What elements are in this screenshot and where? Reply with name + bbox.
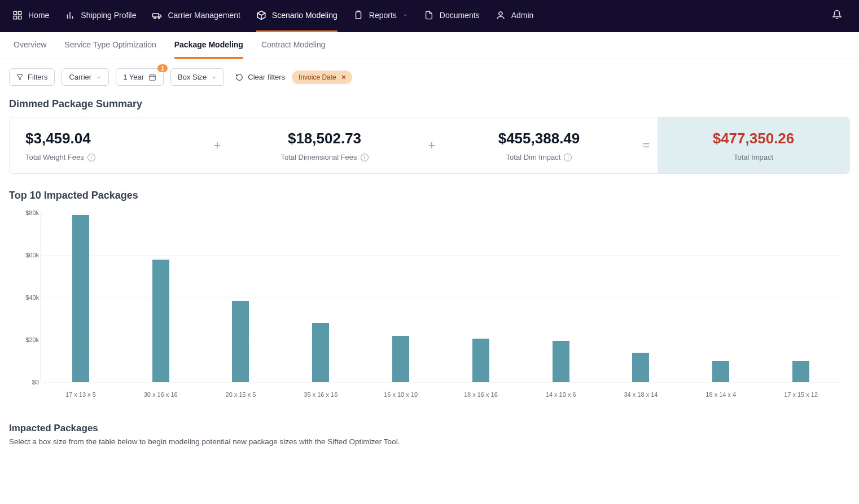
summary-title: Dimmed Package Summary	[0, 96, 859, 117]
chevron-down-icon	[211, 74, 217, 80]
bar[interactable]	[312, 323, 329, 382]
tab-service-type-optimization[interactable]: Service Type Optimization	[64, 32, 156, 59]
plus-operator: +	[206, 117, 229, 173]
user-icon	[496, 10, 506, 20]
equals-operator: =	[635, 117, 658, 173]
nav-label: Home	[28, 11, 49, 20]
x-axis-tick: 20 x 15 x 5	[201, 391, 281, 398]
bar-slot: 34 x 18 x 14	[601, 213, 681, 382]
svg-rect-13	[150, 74, 156, 80]
x-axis-tick: 17 x 13 x 5	[41, 391, 121, 398]
x-axis-tick: 35 x 16 x 16	[281, 391, 361, 398]
bar-slot: 17 x 13 x 5	[41, 213, 121, 382]
filters-button[interactable]: Filters	[9, 68, 55, 86]
info-icon[interactable]: i	[361, 154, 369, 161]
summary-card: $3,459.04 Total Weight Fees i + $18,502.…	[9, 117, 850, 174]
x-axis-tick: 30 x 16 x 16	[121, 391, 201, 398]
summary-value: $18,502.73	[240, 130, 409, 147]
svg-marker-12	[17, 74, 23, 80]
chart-bar-icon	[65, 10, 75, 20]
boxsize-label: Box Size	[178, 73, 207, 81]
close-icon[interactable]: ✕	[341, 73, 347, 81]
bar[interactable]	[472, 339, 489, 382]
nav-label: Reports	[369, 11, 397, 20]
nav-carrier-management[interactable]: Carrier Management	[152, 0, 240, 32]
bar-chart: $0$20k$40k$60k$80k 17 x 13 x 530 x 16 x …	[41, 213, 841, 405]
filter-icon	[16, 74, 23, 81]
impacted-packages-description: Select a box size from the table below t…	[0, 437, 859, 457]
period-label: 1 Year	[123, 73, 144, 81]
chevron-down-icon	[96, 74, 102, 80]
clear-filters-button[interactable]: Clear filters	[235, 73, 285, 81]
impacted-packages-title: Impacted Packages	[0, 410, 859, 437]
svg-rect-3	[19, 16, 21, 19]
carrier-label: Carrier	[69, 73, 91, 81]
svg-rect-7	[153, 14, 159, 17]
info-icon[interactable]: i	[564, 154, 572, 161]
clipboard-icon	[353, 10, 363, 20]
bar-slot: 35 x 16 x 16	[281, 213, 361, 382]
info-icon[interactable]: i	[87, 154, 95, 161]
x-axis-tick: 14 x 10 x 6	[521, 391, 601, 398]
bar[interactable]	[392, 336, 409, 383]
summary-value: $3,459.04	[25, 130, 195, 147]
bar[interactable]	[152, 260, 169, 383]
bell-icon	[832, 10, 842, 20]
cube-icon	[256, 10, 266, 20]
chevron-down-icon	[402, 12, 408, 18]
chart-title: Top 10 Impacted Packages	[0, 187, 859, 208]
bar[interactable]	[792, 361, 809, 383]
filter-chip-invoice-date[interactable]: Invoice Date ✕	[292, 71, 352, 84]
bar[interactable]	[232, 301, 249, 382]
tab-contract-modeling[interactable]: Contract Modeling	[261, 32, 326, 59]
y-axis-tick: $0	[16, 379, 39, 385]
summary-value: $455,388.49	[454, 130, 624, 147]
bar-slot: 14 x 10 x 6	[521, 213, 601, 382]
nav-label: Scenario Modeling	[272, 11, 338, 20]
tab-package-modeling[interactable]: Package Modeling	[174, 32, 243, 59]
carrier-dropdown[interactable]: Carrier	[62, 68, 109, 86]
boxsize-dropdown[interactable]: Box Size	[170, 68, 224, 86]
x-axis-tick: 17 x 15 x 12	[761, 391, 841, 398]
nav-home[interactable]: Home	[12, 0, 49, 32]
summary-dim-impact: $455,388.49 Total Dim Impact i	[443, 117, 635, 173]
nav-documents[interactable]: Documents	[424, 0, 480, 32]
summary-dimensional-fees: $18,502.73 Total Dimensional Fees i	[229, 117, 420, 173]
nav-scenario-modeling[interactable]: Scenario Modeling	[256, 0, 338, 32]
bar-slot: 18 x 14 x 4	[681, 213, 761, 382]
bar[interactable]	[553, 341, 569, 382]
nav-shipping-profile[interactable]: Shipping Profile	[65, 0, 136, 32]
x-axis-tick: 16 x 10 x 10	[361, 391, 441, 398]
y-axis-tick: $60k	[16, 252, 39, 258]
bar-slot: 16 x 10 x 10	[361, 213, 441, 382]
summary-label: Total Dimensional Fees	[281, 153, 357, 161]
chip-label: Invoice Date	[299, 73, 336, 81]
period-dropdown[interactable]: 1 Year 1	[116, 68, 164, 86]
nav-reports[interactable]: Reports	[353, 0, 408, 32]
summary-label: Total Impact	[734, 153, 773, 161]
x-axis-tick: 18 x 14 x 4	[681, 391, 761, 398]
truck-icon	[152, 10, 162, 20]
sub-tabs: Overview Service Type Optimization Packa…	[0, 32, 859, 59]
svg-rect-10	[356, 12, 361, 19]
svg-point-8	[154, 17, 156, 19]
clear-filters-label: Clear filters	[248, 73, 285, 81]
svg-point-9	[159, 17, 160, 19]
top-nav: Home Shipping Profile Carrier Management…	[0, 0, 859, 32]
chart-container: $0$20k$40k$60k$80k 17 x 13 x 530 x 16 x …	[0, 208, 859, 410]
period-badge: 1	[157, 64, 168, 72]
tab-overview[interactable]: Overview	[14, 32, 46, 59]
bar[interactable]	[712, 361, 729, 383]
nav-admin[interactable]: Admin	[496, 0, 534, 32]
summary-total-impact: $477,350.26 Total Impact	[658, 117, 849, 173]
document-icon	[424, 10, 434, 20]
bar[interactable]	[72, 215, 89, 382]
calendar-icon	[148, 73, 156, 81]
bar[interactable]	[632, 353, 649, 383]
notifications-button[interactable]	[832, 10, 842, 23]
x-axis-tick: 18 x 16 x 16	[441, 391, 521, 398]
svg-rect-0	[14, 11, 16, 14]
x-axis-tick: 34 x 18 x 14	[601, 391, 681, 398]
nav-label: Carrier Management	[168, 11, 240, 20]
filter-bar: Filters Carrier 1 Year 1 Box Size Clear …	[0, 59, 859, 96]
